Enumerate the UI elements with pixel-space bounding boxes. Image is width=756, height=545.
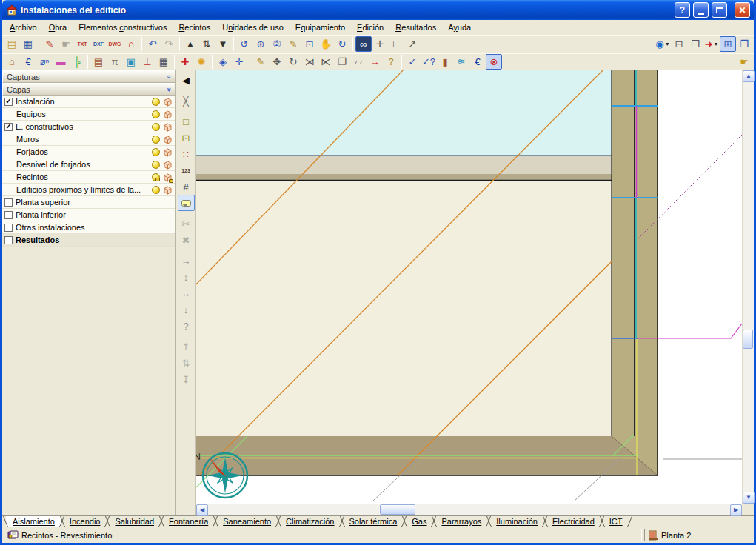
cancel-stop-button[interactable]: ⊗: [486, 54, 502, 70]
dimension-values-button[interactable]: 123: [178, 162, 195, 178]
plant-down-button[interactable]: ▼: [215, 36, 231, 52]
edit-cost-data-button[interactable]: €: [20, 54, 36, 70]
redraw-pencil-button[interactable]: ✎: [285, 36, 301, 52]
help-button[interactable]: ?: [675, 2, 690, 18]
tab-saneamiento[interactable]: Saneamiento: [216, 516, 278, 527]
layer-row-planta-inferior[interactable]: Planta inferior: [2, 209, 175, 221]
layer-checkbox[interactable]: ✓: [4, 98, 13, 106]
tab-solar-t-rmica[interactable]: Solar térmica: [343, 516, 404, 527]
page-up-button[interactable]: ↥: [178, 338, 195, 355]
panel-header-capturas[interactable]: Capturas »: [2, 70, 175, 83]
layer-color-sphere-icon[interactable]: [152, 110, 160, 118]
layer-checkbox[interactable]: [4, 211, 13, 219]
vertical-scroll-track[interactable]: [743, 82, 754, 492]
move-reference-button[interactable]: ✛: [231, 54, 247, 70]
edit-resources-button[interactable]: ✎: [41, 36, 58, 52]
layer-color-sphere-icon[interactable]: [152, 161, 160, 169]
cube-icon[interactable]: [163, 160, 173, 170]
dxf-dwg-layers-button[interactable]: DWG: [107, 36, 123, 52]
export-button[interactable]: ➜▼: [703, 36, 720, 52]
menu-obra[interactable]: Obra: [43, 21, 73, 33]
plant-list-button[interactable]: ⇅: [198, 36, 215, 52]
menu-resultados[interactable]: Resultados: [389, 21, 442, 33]
floor-levels-button[interactable]: ⊥: [139, 54, 155, 70]
page-sync-button[interactable]: ⇅: [178, 355, 195, 371]
tab-iluminaci-n[interactable]: Iluminación: [489, 516, 544, 527]
layer-row-muros[interactable]: Muros: [2, 133, 175, 146]
save-file-button[interactable]: ▦: [20, 36, 36, 52]
status-plant-panel[interactable]: Planta 2: [644, 529, 752, 541]
chevron-up-icon[interactable]: »: [165, 75, 173, 79]
chevron-down-icon[interactable]: »: [165, 87, 173, 92]
import-txt-button[interactable]: TXT: [74, 36, 90, 52]
layer-color-sphere-icon[interactable]: [152, 123, 160, 131]
results-room-button[interactable]: ▮: [437, 54, 453, 70]
tab-climatizaci-n[interactable]: Climatización: [279, 516, 341, 527]
close-button[interactable]: ✕: [735, 2, 750, 18]
print-button[interactable]: ⊟: [671, 36, 687, 52]
edit-junctions-button[interactable]: ╠: [69, 54, 85, 70]
object-snaps-button[interactable]: ↗: [404, 36, 421, 52]
layer-3d-cube[interactable]: [163, 160, 173, 170]
layer-checkbox[interactable]: [4, 224, 13, 232]
menu-recintos[interactable]: Recintos: [173, 21, 216, 33]
layer-row-forjados[interactable]: Forjados: [2, 146, 175, 158]
scroll-left-button[interactable]: ◀: [196, 504, 208, 516]
tab-fontaner-a[interactable]: Fontanería: [162, 516, 215, 527]
layer-color-sphere-icon[interactable]: [152, 186, 160, 194]
query-measure-button[interactable]: ?: [178, 318, 195, 334]
redo-button[interactable]: ↷: [161, 36, 177, 52]
menu-archivo[interactable]: Archivo: [4, 21, 43, 33]
layer-row-planta-superior[interactable]: Planta superior: [2, 196, 175, 209]
dropdown-arrow-icon[interactable]: ▼: [713, 41, 718, 47]
snap-center-button[interactable]: ◈: [215, 54, 231, 70]
collapse-panel-button[interactable]: ◀: [178, 72, 195, 88]
results-acoustic-button[interactable]: ≋: [453, 54, 469, 70]
pan-right-button[interactable]: →: [178, 253, 195, 269]
menu-elementos-constructivos[interactable]: Elementos constructivos: [73, 21, 173, 33]
select-hand-button[interactable]: ☛: [58, 36, 74, 52]
select-region-button[interactable]: □: [178, 113, 195, 130]
select-window-button[interactable]: ⊡: [178, 130, 195, 146]
layer-row-instalaci-n[interactable]: ✓Instalación: [2, 96, 175, 108]
redraw-all-button[interactable]: ↻: [334, 36, 350, 52]
window-views-button[interactable]: ⊞: [720, 36, 736, 52]
menu-edici-n[interactable]: Edición: [351, 21, 389, 33]
edit-region-button[interactable]: ▬: [53, 54, 69, 70]
menu-unidades-de-uso[interactable]: Unidades de uso: [216, 21, 290, 33]
tab-aislamiento[interactable]: Aislamiento: [6, 516, 61, 527]
search-binoculars-button[interactable]: ∞: [355, 36, 372, 52]
snap-magnet-button[interactable]: ∩: [123, 36, 139, 52]
undo-button[interactable]: ↶: [144, 36, 161, 52]
horizontal-scroll-track[interactable]: [208, 504, 730, 515]
web-services-button[interactable]: ◉▼: [655, 36, 671, 52]
move-element-button[interactable]: ✥: [269, 54, 285, 70]
new-daylight-element-button[interactable]: ✺: [193, 54, 210, 70]
grid-button[interactable]: #: [178, 178, 195, 195]
layer-color-sphere-icon[interactable]: [152, 136, 160, 144]
layer-row-resultados[interactable]: Resultados: [2, 234, 175, 247]
tab-ict[interactable]: ICT: [603, 516, 629, 527]
capture-options-button[interactable]: ☛: [736, 54, 752, 70]
layer-color-sphere-icon[interactable]: [152, 173, 160, 181]
orthogonal-mode-button[interactable]: ∟: [388, 36, 404, 52]
horizontal-scroll-thumb[interactable]: [380, 504, 415, 515]
panel-header-capas[interactable]: Capas »: [2, 83, 175, 96]
layer-row-edificios-pr-ximos-y-l-mites-de-la[interactable]: Edificios próximos y límites de la...: [2, 184, 175, 196]
pan-hand-button[interactable]: ✋: [318, 36, 334, 52]
enter-coordinates-button[interactable]: ✛: [372, 36, 388, 52]
tab-electricidad[interactable]: Electricidad: [546, 516, 601, 527]
edit-element-button[interactable]: ✎: [252, 54, 269, 70]
tab-incendio[interactable]: Incendio: [63, 516, 107, 527]
query-element-button[interactable]: ?: [383, 54, 399, 70]
cut-lines-button[interactable]: ✂: [178, 215, 195, 232]
pan-horizontal-button[interactable]: ↔: [178, 285, 195, 301]
layer-3d-cube[interactable]: [163, 185, 173, 195]
cube-icon[interactable]: [163, 110, 173, 119]
layer-row-e-constructivos[interactable]: ✓E. constructivos: [2, 121, 175, 133]
tab-pararrayos[interactable]: Pararrayos: [435, 516, 488, 527]
layer-checkbox[interactable]: ✓: [4, 123, 13, 131]
layer-row-equipos[interactable]: Equipos: [2, 108, 175, 121]
cube-icon[interactable]: [163, 97, 173, 107]
join-lines-button[interactable]: ✖: [178, 232, 195, 248]
